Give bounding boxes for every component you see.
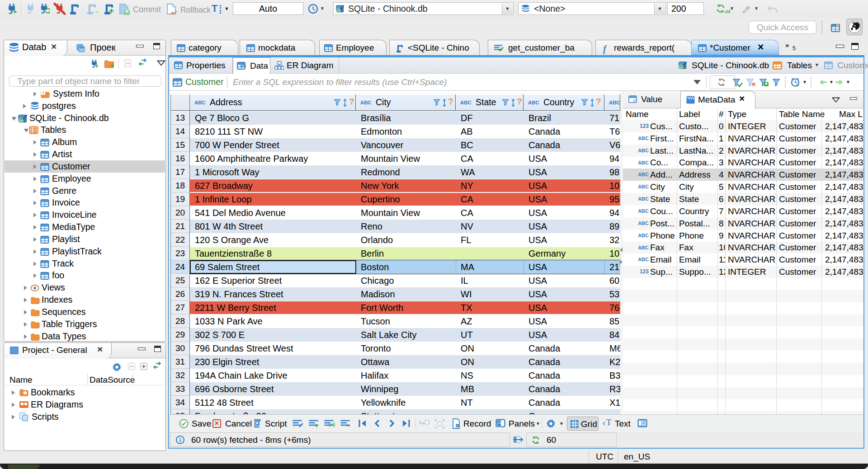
svg-text:i: i xyxy=(457,424,458,427)
